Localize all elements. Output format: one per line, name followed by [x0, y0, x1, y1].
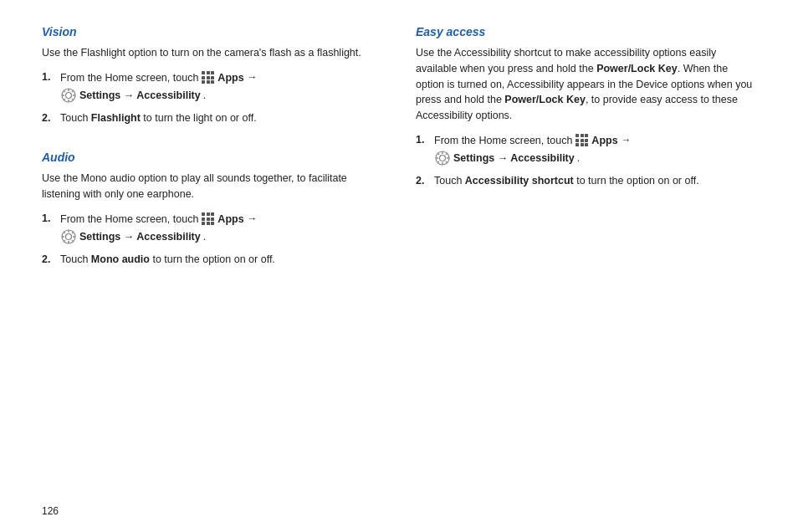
right-column: Easy access Use the Accessibility shortc… — [416, 25, 756, 507]
vision-step-2: 2. Touch Flashlight to turn the light on… — [42, 110, 382, 126]
svg-line-16 — [64, 232, 65, 233]
arrow-icon: → — [622, 132, 632, 148]
svg-line-19 — [64, 240, 65, 242]
easy-access-step-2: 2. Touch Accessibility shortcut to turn … — [416, 173, 756, 189]
step-line-2: Settings → Accessibility. — [434, 151, 756, 166]
step-text: to turn the light on or off. — [141, 112, 257, 124]
audio-step-2: 2. Touch Mono audio to turn the option o… — [42, 252, 382, 268]
step-text: From the Home screen, touch — [60, 211, 198, 228]
step-number: 1. — [42, 211, 60, 227]
step-content: From the Home screen, touch Apps → — [60, 69, 382, 104]
svg-line-29 — [437, 161, 439, 163]
vision-steps: 1. From the Home screen, touch Apps — [42, 69, 382, 126]
step-line-2: Settings → Accessibility. — [60, 229, 382, 245]
step-line-2: Settings → Accessibility. — [60, 88, 382, 104]
step-text: From the Home screen, touch — [60, 69, 198, 86]
svg-line-18 — [72, 232, 74, 233]
step-content: Touch Accessibility shortcut to turn the… — [434, 173, 756, 189]
step-content: Touch Mono audio to turn the option on o… — [60, 252, 382, 268]
vision-title: Vision — [42, 25, 382, 38]
easy-access-steps: 1. From the Home screen, touch Apps — [416, 132, 756, 189]
apps-icon — [202, 71, 214, 84]
audio-step-1: 1. From the Home screen, touch Apps — [42, 211, 382, 245]
apps-icon — [202, 212, 214, 225]
step-content: From the Home screen, touch Apps → — [60, 211, 382, 245]
vision-section: Vision Use the Flashlight option to turn… — [42, 25, 382, 132]
step-line-1: From the Home screen, touch Apps → — [60, 211, 382, 228]
step-text: Touch — [60, 112, 91, 124]
easy-access-body: Use the Accessibility shortcut to make a… — [416, 45, 756, 124]
svg-line-17 — [72, 240, 74, 242]
settings-icon — [435, 151, 450, 166]
step-line-1: From the Home screen, touch Apps → — [60, 69, 382, 86]
step-text: to turn the option on or off. — [150, 253, 275, 265]
power-lock-key-1: Power/Lock Key — [596, 63, 678, 74]
settings-icon — [61, 88, 76, 103]
audio-section: Audio Use the Mono audio option to play … — [42, 151, 382, 274]
apps-label: Apps — [217, 211, 243, 228]
svg-point-21 — [440, 156, 446, 161]
svg-line-7 — [72, 99, 74, 100]
svg-line-6 — [64, 90, 65, 92]
svg-point-1 — [66, 93, 72, 99]
settings-icon — [61, 229, 76, 244]
audio-steps: 1. From the Home screen, touch Apps — [42, 211, 382, 268]
period: . — [577, 151, 580, 166]
step-text: to turn the option on or off. — [574, 175, 699, 187]
easy-access-step-1: 1. From the Home screen, touch Apps — [416, 132, 756, 166]
svg-line-26 — [437, 153, 439, 155]
settings-accessibility-label: Settings → Accessibility — [79, 88, 201, 104]
step-number: 2. — [416, 173, 434, 189]
svg-line-27 — [446, 161, 448, 163]
accessibility-shortcut-label: Accessibility shortcut — [465, 175, 574, 187]
vision-body: Use the Flashlight option to turn on the… — [42, 45, 382, 61]
period: . — [203, 88, 206, 104]
audio-body: Use the Mono audio option to play all so… — [42, 171, 382, 202]
svg-line-8 — [72, 90, 74, 92]
settings-accessibility-label: Settings → Accessibility — [453, 151, 575, 166]
step-content: Touch Flashlight to turn the light on or… — [60, 110, 382, 126]
arrow-icon: → — [248, 69, 258, 85]
easy-access-section: Easy access Use the Accessibility shortc… — [416, 25, 756, 195]
apps-label: Apps — [591, 132, 617, 149]
step-number: 1. — [416, 132, 434, 148]
step-text: Touch — [60, 253, 91, 265]
vision-step-1: 1. From the Home screen, touch Apps — [42, 69, 382, 104]
arrow-icon: → — [248, 211, 258, 227]
svg-line-9 — [64, 99, 65, 100]
page-number: 126 — [42, 505, 59, 517]
period: . — [203, 229, 206, 245]
svg-point-11 — [66, 234, 72, 240]
audio-title: Audio — [42, 151, 382, 164]
apps-label: Apps — [217, 69, 243, 86]
flashlight-label: Flashlight — [91, 112, 141, 124]
step-text: Touch — [434, 175, 465, 187]
svg-line-28 — [446, 153, 448, 155]
settings-accessibility-label: Settings → Accessibility — [79, 229, 201, 245]
step-line-1: From the Home screen, touch Apps → — [434, 132, 756, 149]
step-number: 2. — [42, 252, 60, 268]
easy-access-title: Easy access — [416, 25, 756, 38]
step-number: 2. — [42, 110, 60, 126]
power-lock-key-2: Power/Lock Key — [504, 94, 586, 105]
two-column-layout: Vision Use the Flashlight option to turn… — [42, 25, 756, 507]
step-number: 1. — [42, 69, 60, 85]
step-content: From the Home screen, touch Apps → — [434, 132, 756, 166]
apps-icon — [575, 134, 588, 146]
page: Vision Use the Flashlight option to turn… — [0, 0, 798, 532]
left-column: Vision Use the Flashlight option to turn… — [42, 25, 382, 507]
step-text: From the Home screen, touch — [434, 132, 572, 149]
mono-audio-label: Mono audio — [91, 253, 150, 265]
